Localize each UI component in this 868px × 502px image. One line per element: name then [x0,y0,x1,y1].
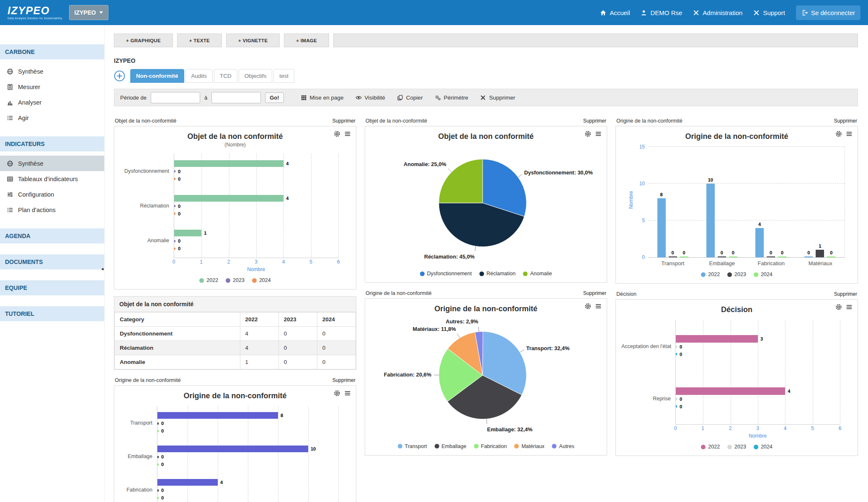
bar-segment-2023[interactable] [174,240,175,242]
bar-segment-2023[interactable] [157,489,159,492]
legend-item-2024[interactable]: 2024 [754,271,773,277]
bar-segment-2024[interactable] [676,353,677,355]
chart-settings-gear-icon[interactable] [584,130,592,138]
nav-demo-rse[interactable]: DEMO Rse [641,9,682,16]
legend-item-2024[interactable]: 2024 [252,277,271,283]
tab-non-conformite[interactable]: Non-conformité [130,69,184,83]
bar-segment-2023[interactable] [157,456,159,458]
legend-item-materiaux[interactable]: Matériaux [514,443,544,449]
add-tab-button[interactable] [114,70,125,82]
column-segment-2022[interactable] [657,198,666,257]
tab-objectifs[interactable]: Objectifs [239,69,273,83]
toolbar-graphique[interactable]: + GRAPHIQUE [114,33,173,47]
column-segment-2024[interactable] [778,256,786,257]
sidebar-item-configuration[interactable]: Configuration [0,187,104,202]
chart-menu-icon[interactable] [845,303,853,311]
bar-segment-2023[interactable] [676,346,677,348]
bar-segment-2024[interactable] [174,178,175,180]
column-segment-2024[interactable] [827,256,835,257]
filter-action-copier[interactable]: Copier [397,95,423,101]
toolbar-image[interactable]: + IMAGE [284,33,329,47]
tab-test[interactable]: test [273,69,294,83]
legend-item-dysfonctionnement[interactable]: Dysfonctionnement [420,271,472,277]
column-segment-2023[interactable] [718,256,726,257]
sidebar-item-agir[interactable]: Agir [0,110,104,126]
card-delete-button[interactable]: Supprimer [583,118,606,124]
bar-segment-2022[interactable] [174,195,283,202]
legend-item-2024[interactable]: 2024 [754,444,773,450]
legend-item-2022[interactable]: 2022 [701,271,720,277]
bar-segment-2023[interactable] [676,398,677,400]
card-delete-button[interactable]: Supprimer [834,118,857,124]
sidebar-section-carbone[interactable]: CARBONE [0,44,104,59]
sidebar-resize-handle[interactable]: ◄ [100,267,104,271]
chart-menu-icon[interactable] [344,130,351,138]
legend-item-2022[interactable]: 2022 [701,444,720,450]
bar-segment-2024[interactable] [157,497,159,499]
nav-administration[interactable]: Administration [693,9,742,16]
chart-settings-gear-icon[interactable] [835,303,842,311]
filter-action-supprimer[interactable]: Supprimer [480,95,515,101]
bar-segment-2022[interactable] [157,479,218,486]
bar-segment-2022[interactable] [174,230,201,236]
bar-segment-2022[interactable] [157,446,308,452]
bar-segment-2023[interactable] [174,170,175,172]
izypeo-logo[interactable]: IZYPEO Data Analysis Solution for Sustai… [8,5,62,20]
periode-start-input[interactable] [151,92,200,103]
toolbar-vignette[interactable]: + VIGNETTE [226,33,280,47]
chart-menu-icon[interactable] [344,389,351,397]
chart-settings-gear-icon[interactable] [584,302,592,310]
sidebar-item-synthese[interactable]: Synthèse [0,64,104,79]
bar-segment-2022[interactable] [157,412,278,419]
nav-accueil[interactable]: Accueil [600,9,630,16]
card-delete-button[interactable]: Supprimer [332,377,355,383]
card-delete-button[interactable]: Supprimer [583,290,606,296]
bar-segment-2023[interactable] [174,205,175,207]
sidebar-section-indicateurs[interactable]: INDICATEURS [0,136,104,151]
bar-segment-2024[interactable] [157,430,159,432]
sidebar-item-analyser[interactable]: Analyser [0,95,104,110]
sidebar-item-tableaux-d-indicateurs[interactable]: Tableaux d'indicateurs [0,171,104,187]
bar-segment-2024[interactable] [174,213,175,215]
bar-segment-2024[interactable] [174,248,175,250]
sidebar-item-plan-d-actions[interactable]: Plan d'actions [0,202,104,218]
bar-segment-2023[interactable] [157,423,159,425]
legend-item-anomalie[interactable]: Anomalie [523,271,552,277]
bar-segment-2022[interactable] [174,160,283,167]
column-segment-2023[interactable] [669,256,677,257]
filter-action-visibilite[interactable]: Visibilité [355,95,385,101]
legend-item-2023[interactable]: 2023 [727,271,746,277]
legend-item-reclamation[interactable]: Réclamation [479,271,515,277]
card-delete-button[interactable]: Supprimer [332,118,355,124]
bar-segment-2022[interactable] [676,387,785,395]
legend-item-emballage[interactable]: Emballage [435,443,466,449]
chart-menu-icon[interactable] [595,130,602,138]
column-segment-2022[interactable] [706,184,715,257]
column-segment-2022[interactable] [804,256,813,257]
toolbar-texte[interactable]: + TEXTE [177,33,222,47]
bar-segment-2022[interactable] [676,335,758,343]
legend-item-2023[interactable]: 2023 [727,444,746,450]
chart-settings-gear-icon[interactable] [835,130,842,138]
column-segment-2024[interactable] [729,256,737,257]
chart-settings-gear-icon[interactable] [333,130,341,138]
filter-action-perimetre[interactable]: Périmètre [435,95,469,101]
sidebar-section-tutoriel[interactable]: TUTORIEL [0,306,104,321]
column-segment-2024[interactable] [680,256,688,257]
sidebar-section-documents[interactable]: DOCUMENTS [0,254,104,269]
chart-settings-gear-icon[interactable] [333,389,341,397]
legend-item-transport[interactable]: Transport [398,443,427,449]
tab-audits[interactable]: Audits [185,69,213,83]
legend-item-2023[interactable]: 2023 [226,277,245,283]
column-segment-2023[interactable] [767,256,775,257]
column-segment-2023[interactable] [816,250,824,257]
nav-se-deconnecter[interactable]: Se déconnecter [796,5,860,20]
bar-segment-2024[interactable] [157,464,159,466]
nav-support[interactable]: Support [753,9,785,16]
filter-action-mise-en-page[interactable]: Mise en page [301,95,344,101]
legend-item-autres[interactable]: Autres [552,443,574,449]
legend-item-fabrication[interactable]: Fabrication [474,443,507,449]
sidebar-item-synthese[interactable]: Synthèse [0,156,104,171]
column-segment-2022[interactable] [755,228,764,257]
bar-segment-2024[interactable] [676,405,677,407]
